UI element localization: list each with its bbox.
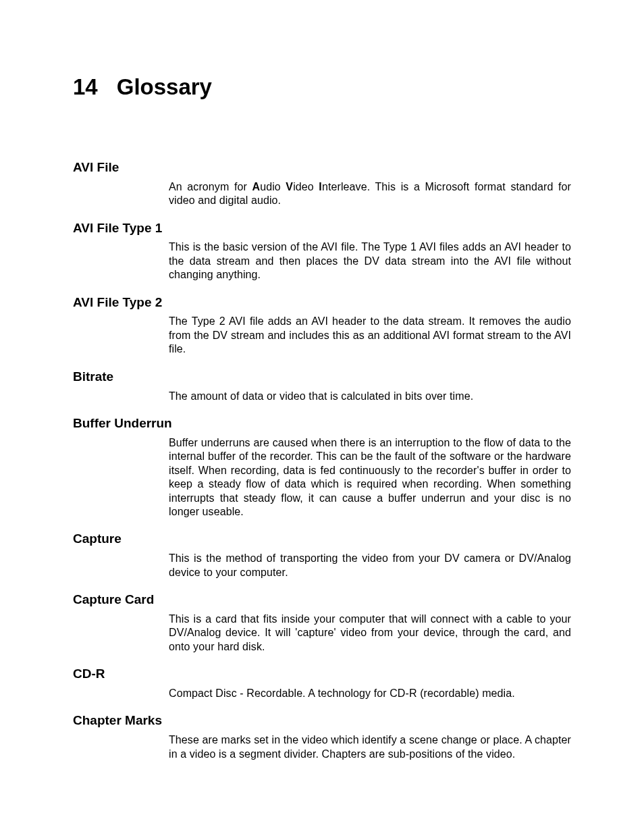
chapter-title-text: Glossary [117, 74, 212, 99]
glossary-definition: This is the method of transporting the v… [73, 552, 571, 579]
chapter-heading: 14Glossary [73, 74, 571, 100]
glossary-definition: These are marks set in the video which i… [73, 733, 571, 761]
chapter-number: 14 [73, 74, 98, 100]
glossary-definition: Buffer underruns are caused when there i… [73, 436, 571, 519]
glossary-term: Capture Card [73, 592, 571, 608]
glossary-definition: This is a card that fits inside your com… [73, 613, 571, 654]
glossary-term: AVI File Type 2 [73, 294, 571, 311]
glossary-term: AVI File Type 1 [73, 220, 571, 237]
glossary-definition: The Type 2 AVI file adds an AVI header t… [73, 315, 571, 356]
glossary-term: AVI File [73, 159, 571, 176]
glossary-definition: This is the basic version of the AVI fil… [73, 240, 571, 282]
page-container: 14Glossary AVI File An acronym for Audio… [0, 74, 644, 834]
glossary-definition: Compact Disc - Recordable. A technology … [73, 687, 571, 700]
glossary-definition: The amount of data or video that is calc… [73, 390, 571, 403]
glossary-definition: An acronym for Audio Video Interleave. T… [73, 180, 571, 208]
glossary-term: Buffer Underrun [73, 415, 571, 432]
glossary-term: CD-R [73, 666, 571, 683]
glossary-term: Bitrate [73, 369, 571, 386]
glossary-term: Capture [73, 531, 571, 548]
glossary-term: Chapter Marks [73, 712, 571, 729]
